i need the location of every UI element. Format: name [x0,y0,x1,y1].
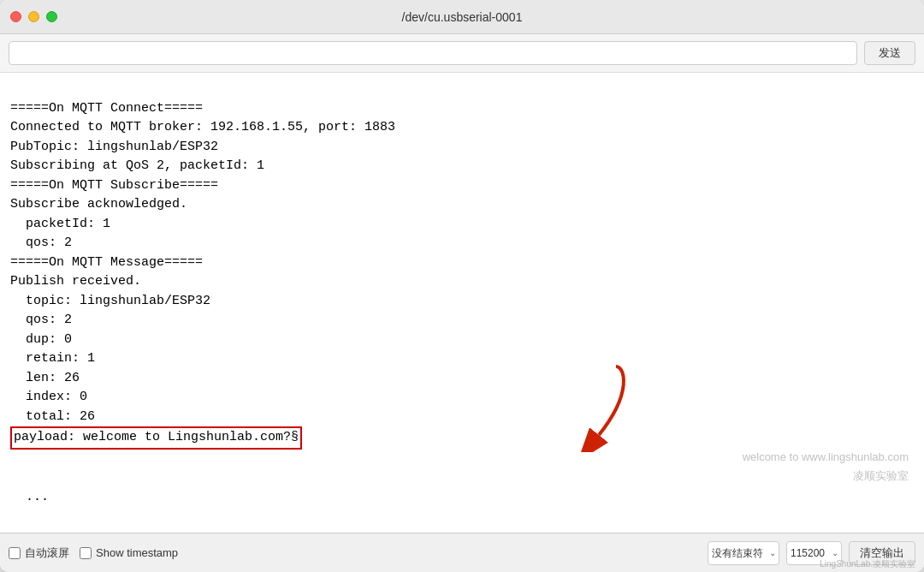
traffic-lights [10,11,57,22]
maximize-button[interactable] [46,11,57,22]
serial-line-13: dup: 0 [10,332,72,347]
auto-scroll-group: 自动滚屏 [9,545,69,561]
serial-line-8: qos: 2 [10,235,72,250]
show-timestamp-checkbox[interactable] [80,547,92,559]
send-button[interactable]: 发送 [864,41,915,65]
auto-scroll-checkbox[interactable] [9,547,21,559]
show-timestamp-label: Show timestamp [96,546,178,559]
ending-select-wrapper: 没有结束符 新行 回车 新行和回车 [708,541,779,565]
serial-line-9: =====On MQTT Message===== [10,255,203,270]
main-window: /dev/cu.usbserial-0001 发送 =====On MQTT C… [0,0,924,572]
serial-line-5: =====On MQTT Subscribe===== [10,178,218,193]
serial-line-1: =====On MQTT Connect===== [10,101,203,116]
serial-line-2: Connected to MQTT broker: 192.168.1.55, … [10,120,395,134]
serial-line-11: topic: lingshunlab/ESP32 [10,294,210,308]
bottom-watermark: LingShunLab.凌顺实验室 [820,558,915,570]
serial-line-14: retain: 1 [10,351,95,366]
serial-line-6: Subscribe acknowledged. [10,197,187,212]
serial-line-16: index: 0 [10,390,87,404]
serial-line-7: packetId: 1 [10,217,110,231]
serial-output-area[interactable]: =====On MQTT Connect===== Connected to M… [0,73,924,533]
auto-scroll-label: 自动滚屏 [25,545,69,561]
bottom-bar: 自动滚屏 Show timestamp 没有结束符 新行 回车 新行和回车 96… [0,533,924,572]
serial-more: ... [10,490,49,504]
serial-line-17: total: 26 [10,409,95,424]
show-timestamp-group: Show timestamp [80,546,178,559]
serial-line-10: Publish received. [10,274,141,289]
highlighted-payload-line: payload: welcome to Lingshunlab.com?§ [10,426,302,450]
serial-text-content: =====On MQTT Connect===== Connected to M… [10,80,914,527]
title-bar: /dev/cu.usbserial-0001 [0,0,924,34]
input-bar: 发送 [0,34,924,73]
close-button[interactable] [10,11,21,22]
serial-input[interactable] [9,41,857,65]
window-title: /dev/cu.usbserial-0001 [402,10,523,24]
ending-select[interactable]: 没有结束符 新行 回车 新行和回车 [708,541,779,565]
serial-line-4: Subscribing at QoS 2, packetId: 1 [10,158,264,173]
serial-line-12: qos: 2 [10,313,72,327]
serial-line-3: PubTopic: lingshunlab/ESP32 [10,140,218,154]
minimize-button[interactable] [28,11,39,22]
serial-line-15: len: 26 [10,371,80,385]
